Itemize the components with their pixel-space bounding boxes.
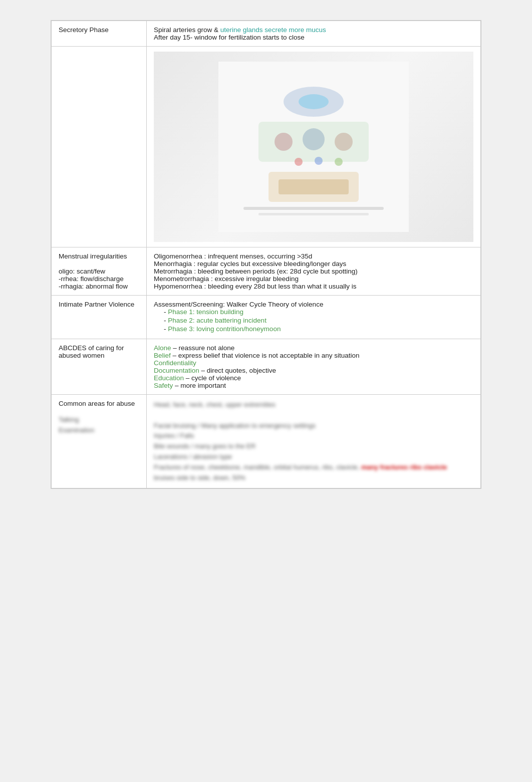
svg-rect-8: [279, 179, 349, 194]
table-row-image: [52, 47, 481, 247]
menstrual-line-4: Menometrorrhagia : excessive irregular b…: [154, 275, 473, 283]
row-content-ipv: Assessment/Screening: Walker Cycle Theor…: [147, 296, 481, 339]
row-content-secretory: Spiral arteries grow & uterine glands se…: [147, 21, 481, 47]
row-label-menstrual: Menstrual irregularities oligo: scant/fe…: [52, 247, 147, 296]
secretory-line1-plain: Spiral arteries grow &: [154, 26, 220, 34]
abcdes-belief: Belief – express belief that violence is…: [154, 352, 473, 359]
table-row-ipv: Intimate Partner Violence Assessment/Scr…: [52, 296, 481, 339]
label-blurred: TalkingExamination: [59, 415, 139, 436]
ipv-intro: Assessment/Screening: Walker Cycle Theor…: [154, 301, 473, 308]
menstrual-line-3: Metrorrhagia : bleeding between periods …: [154, 268, 473, 275]
secretory-link[interactable]: uterine glands secrete more mucus: [220, 26, 326, 34]
secretory-line2: After day 15- window for fertilization s…: [154, 34, 305, 41]
svg-point-9: [295, 158, 303, 166]
table-row-abcdes: ABCDES of caring for abused women Alone …: [52, 339, 481, 395]
common-areas-blurred: Head, face, neck, chest, upper extremiti…: [154, 400, 473, 483]
row-label-secretory: Secretory Phase: [52, 21, 147, 47]
svg-point-6: [335, 133, 353, 151]
row-content-common-areas: Head, face, neck, chest, upper extremiti…: [147, 395, 481, 488]
table-row-common-areas: Common areas for abuse TalkingExaminatio…: [52, 395, 481, 488]
svg-rect-13: [258, 213, 369, 215]
ipv-phases-list: Phase 1: tension building Phase 2: acute…: [154, 308, 473, 333]
abcdes-education: Education – cycle of violence: [154, 374, 473, 382]
ipv-phase-3: Phase 3: loving contrition/honeymoon: [164, 325, 473, 333]
row-label-abcdes: ABCDES of caring for abused women: [52, 339, 147, 395]
menstrual-line-1: Oligomenorrhea : infrequent menses, occu…: [154, 252, 473, 260]
svg-point-5: [303, 128, 325, 150]
abcdes-safety: Safety – more important: [154, 382, 473, 389]
main-table: Secretory Phase Spiral arteries grow & u…: [51, 21, 481, 488]
abcdes-alone: Alone – reassure not alone: [154, 344, 473, 352]
ipv-phase-1: Phase 1: tension building: [164, 308, 473, 316]
menstrual-lines: Oligomenorrhea : infrequent menses, occu…: [154, 252, 473, 290]
table-row-menstrual: Menstrual irregularities oligo: scant/fe…: [52, 247, 481, 296]
table-row: Secretory Phase Spiral arteries grow & u…: [52, 21, 481, 47]
abcdes-confidentiality: Confidentiality: [154, 359, 473, 367]
row-label-image: [52, 47, 147, 247]
diagram-image: [154, 52, 473, 242]
row-content-image: [147, 47, 481, 247]
row-label-common-areas: Common areas for abuse TalkingExaminatio…: [52, 395, 147, 488]
svg-point-2: [299, 94, 329, 109]
diagram-svg: [218, 62, 409, 232]
menstrual-line-2: Menorrhagia : regular cycles but excessi…: [154, 260, 473, 268]
abcdes-documentation: Documentation – direct quotes, objective: [154, 367, 473, 374]
svg-point-11: [335, 158, 343, 166]
row-label-ipv: Intimate Partner Violence: [52, 296, 147, 339]
svg-point-10: [315, 157, 323, 165]
svg-point-4: [275, 133, 293, 151]
svg-rect-12: [243, 207, 384, 210]
page-wrapper: Secretory Phase Spiral arteries grow & u…: [51, 20, 481, 489]
row-content-abcdes: Alone – reassure not alone Belief – expr…: [147, 339, 481, 395]
menstrual-line-5: Hypomenorrhea : bleeding every 28d but l…: [154, 283, 473, 290]
ipv-phase-2: Phase 2: acute battering incident: [164, 317, 473, 324]
row-content-menstrual: Oligomenorrhea : infrequent menses, occu…: [147, 247, 481, 296]
